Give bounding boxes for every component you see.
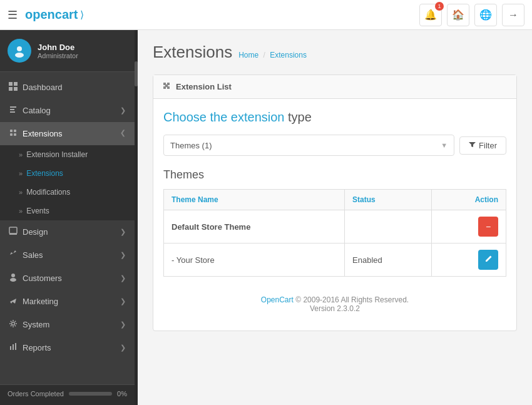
customers-icon (9, 273, 18, 284)
subitem-label: Events (26, 207, 49, 215)
body-wrapper: John Doe Administrator Dashboard (0, 30, 532, 405)
status-cell: Enabled (345, 244, 432, 277)
subitem-label: Extensions (26, 169, 63, 178)
user-info: John Doe Administrator (38, 43, 78, 59)
sidebar-item-system[interactable]: System ❯ (0, 313, 135, 336)
sidebar: John Doe Administrator Dashboard (0, 30, 135, 405)
sidebar-item-label: Catalog (23, 106, 51, 115)
sidebar-item-catalog[interactable]: Catalog ❯ (0, 99, 135, 122)
extension-type-select-wrapper: Themes (1) ▼ (163, 135, 454, 156)
table-row: Default Store Theme − (164, 210, 506, 244)
chevron-right-icon: ❯ (120, 344, 126, 352)
extension-list-card: Extension List Choose the extension type… (153, 74, 517, 331)
breadcrumb-separator: / (263, 51, 265, 59)
sidebar-item-marketing[interactable]: Marketing ❯ (0, 290, 135, 313)
sidebar-nav: Dashboard Catalog ❯ (0, 72, 135, 384)
section-title-suffix: type (288, 110, 312, 124)
svg-point-13 (10, 278, 16, 282)
design-icon (9, 227, 18, 237)
edit-button[interactable] (478, 250, 498, 270)
svg-rect-16 (13, 344, 14, 350)
progress-percent: 0% (117, 390, 127, 397)
menu-toggle-icon[interactable]: ☰ (8, 8, 18, 22)
sidebar-subitem-extensions[interactable]: Extensions (0, 164, 135, 183)
themes-table: Theme Name Status Action Default Store T… (163, 189, 506, 277)
marketing-icon (9, 296, 18, 307)
dashboard-icon (9, 82, 18, 93)
svg-rect-4 (9, 87, 13, 91)
select-chevron-icon: ▼ (441, 141, 448, 149)
section-title: Choose the extension type (163, 110, 506, 125)
globe-icon: 🌐 (479, 9, 492, 21)
progress-label: Orders Completed (8, 390, 64, 397)
navbar-left: ☰ opencart ⟩ (8, 8, 84, 22)
col-theme-name: Theme Name (164, 190, 345, 210)
footer-link[interactable]: OpenCart (261, 295, 294, 304)
page-header: Extensions Home / Extensions (153, 43, 517, 62)
globe-button[interactable]: 🌐 (474, 4, 497, 26)
theme-name-cell: Default Store Theme (164, 210, 345, 244)
svg-point-1 (15, 53, 24, 58)
system-icon (9, 319, 18, 330)
chevron-right-icon: ❯ (120, 274, 126, 282)
breadcrumb-current[interactable]: Extensions (270, 51, 307, 59)
bell-icon: 🔔 (424, 9, 437, 21)
progress-row: Orders Completed 0% (8, 390, 127, 397)
filter-button[interactable]: Filter (459, 136, 506, 155)
breadcrumb-home[interactable]: Home (238, 51, 258, 59)
sidebar-item-label: Dashboard (23, 83, 63, 92)
home-button[interactable]: 🏠 (447, 4, 469, 26)
card-header: Extension List (153, 75, 516, 99)
logo-cart-icon: ⟩ (80, 9, 84, 21)
extensions-submenu: Extension Installer Extensions Modificat… (0, 145, 135, 220)
theme-name-value: - Your Store (171, 255, 215, 265)
main-content: Extensions Home / Extensions Extension L… (138, 30, 532, 405)
reports-icon (9, 342, 18, 353)
extension-type-select[interactable]: Themes (1) (170, 141, 441, 150)
themes-table-head: Theme Name Status Action (164, 190, 506, 210)
extensions-icon (9, 128, 18, 139)
sidebar-item-sales[interactable]: Sales ❯ (0, 244, 135, 267)
themes-table-body: Default Store Theme − - Your St (164, 210, 506, 277)
chevron-right-icon: ❯ (120, 297, 126, 305)
pencil-icon (484, 255, 493, 265)
card-header-title: Extension List (176, 82, 232, 91)
notifications-button[interactable]: 🔔 1 (419, 4, 442, 26)
sidebar-item-dashboard[interactable]: Dashboard (0, 76, 135, 99)
svg-rect-15 (10, 346, 11, 350)
sidebar-item-design[interactable]: Design ❯ (0, 220, 135, 244)
subitem-label: Modifications (26, 188, 70, 197)
sidebar-subitem-modifications[interactable]: Modifications (0, 183, 135, 202)
sidebar-item-label: Sales (23, 250, 43, 260)
sales-icon (9, 250, 18, 260)
navbar-right: 🔔 1 🏠 🌐 → (419, 4, 524, 26)
sidebar-item-label: Design (23, 227, 48, 237)
filter-icon (469, 141, 476, 150)
svg-rect-11 (9, 233, 17, 235)
chevron-right-icon: ❯ (120, 106, 126, 115)
svg-rect-5 (14, 87, 18, 91)
status-badge: Enabled (352, 255, 382, 265)
table-row: - Your Store Enabled (164, 244, 506, 277)
sidebar-subitem-events[interactable]: Events (0, 202, 135, 220)
catalog-icon (9, 105, 18, 116)
sidebar-item-label: Customers (23, 274, 62, 283)
user-role: Administrator (38, 52, 78, 59)
svg-rect-6 (10, 130, 13, 132)
footer-version: Version 2.3.0.2 (163, 304, 506, 313)
themes-section-title: Themes (163, 168, 506, 182)
chevron-down-icon: ❯ (120, 130, 126, 138)
user-panel: John Doe Administrator (0, 30, 135, 72)
sidebar-item-customers[interactable]: Customers ❯ (0, 267, 135, 290)
breadcrumb: Home / Extensions (238, 51, 307, 59)
sidebar-subitem-extension-installer[interactable]: Extension Installer (0, 145, 135, 164)
theme-name-cell: - Your Store (164, 244, 345, 277)
sidebar-item-extensions[interactable]: Extensions ❯ (0, 122, 135, 145)
logout-button[interactable]: → (502, 4, 524, 26)
footer: OpenCart © 2009-2016 All Rights Reserved… (163, 295, 506, 313)
top-navbar: ☰ opencart ⟩ 🔔 1 🏠 🌐 → (0, 0, 532, 30)
svg-point-0 (17, 46, 22, 51)
svg-rect-10 (9, 227, 17, 233)
sidebar-item-reports[interactable]: Reports ❯ (0, 336, 135, 359)
delete-button[interactable]: − (478, 217, 498, 237)
